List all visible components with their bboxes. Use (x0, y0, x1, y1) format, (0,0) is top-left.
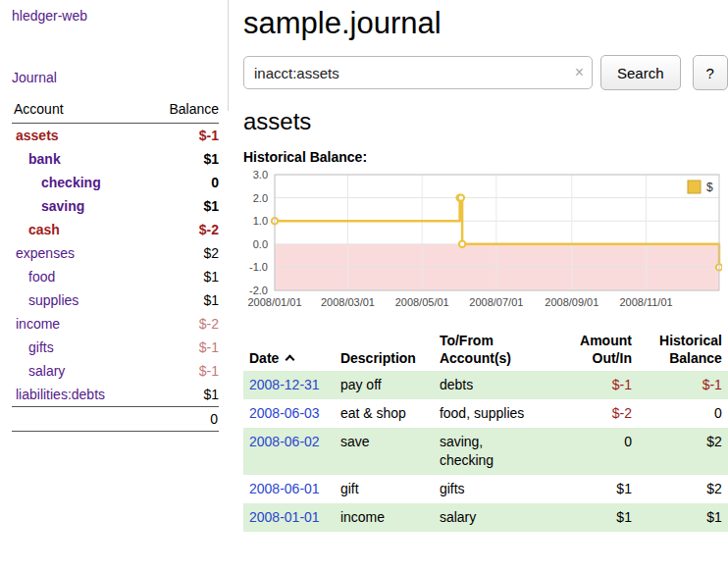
account-row: expenses$2 (12, 241, 219, 265)
svg-text:0.0: 0.0 (253, 238, 268, 250)
account-link[interactable]: food (28, 269, 55, 285)
svg-text:2008/09/01: 2008/09/01 (545, 296, 598, 308)
account-balance: $2 (145, 241, 219, 265)
page-title: sample.journal (243, 6, 728, 41)
accounts-header-balance: Balance (145, 101, 219, 124)
account-row: gifts$-1 (12, 336, 219, 359)
legend-swatch (688, 181, 701, 193)
app-title-link[interactable]: hledger-web (12, 8, 219, 24)
sidebar: hledger-web Journal Account Balance asse… (0, 0, 229, 571)
account-link[interactable]: expenses (16, 245, 75, 261)
help-button[interactable]: ? (693, 55, 728, 90)
column-header-amount: Amount Out/In (556, 328, 638, 371)
register-row: 2008-01-01incomesalary$1$1 (243, 503, 728, 532)
date-header-label: Date (249, 350, 279, 366)
account-link[interactable]: saving (41, 198, 84, 214)
svg-text:2008/03/01: 2008/03/01 (321, 296, 375, 308)
transaction-account: saving, checking (434, 428, 556, 475)
balance-chart: 3.02.01.00.0-1.0-2.02008/01/012008/03/01… (243, 170, 728, 318)
search-row: × Search ? (243, 55, 728, 90)
column-header-description: Description (335, 328, 434, 371)
accounts-table: Account Balance assets$-1bank$1checking0… (12, 101, 219, 432)
account-balance: $1 (145, 383, 219, 407)
column-header-date[interactable]: Date (243, 328, 335, 371)
legend-label: $ (706, 181, 713, 194)
account-link[interactable]: income (16, 316, 60, 332)
register-row: 2008-12-31pay offdebts$-1$-1 (243, 371, 728, 399)
account-row: supplies$1 (12, 288, 219, 312)
account-link[interactable]: assets (16, 128, 59, 143)
register-row: 2008-06-02savesaving, checking0$2 (243, 428, 728, 475)
search-button[interactable]: Search (600, 55, 681, 90)
svg-text:3.0: 3.0 (253, 170, 268, 181)
register-table: Date Description To/From Account(s) Amou… (243, 328, 728, 532)
account-row: liabilities:debts$1 (12, 383, 219, 407)
account-row: food$1 (12, 265, 219, 288)
svg-text:2008/05/01: 2008/05/01 (395, 296, 449, 308)
svg-text:1.0: 1.0 (253, 215, 268, 227)
transaction-date-link[interactable]: 2008-06-03 (249, 405, 320, 421)
column-header-account: To/From Account(s) (434, 328, 556, 371)
svg-text:2008/11/01: 2008/11/01 (619, 296, 672, 308)
account-balance: $-2 (145, 312, 219, 336)
account-balance: $-2 (145, 218, 219, 241)
transaction-balance: $2 (638, 475, 728, 503)
account-balance: $1 (145, 288, 219, 312)
chart-legend: $ (684, 178, 717, 197)
transaction-description: eat & shop (335, 399, 434, 428)
search-input[interactable] (243, 56, 593, 89)
account-balance: $-1 (145, 359, 219, 383)
transaction-description: gift (335, 475, 434, 503)
transaction-account: salary (434, 503, 556, 532)
sidebar-divider (228, 0, 229, 111)
transaction-account: food, supplies (434, 399, 556, 428)
main-content: sample.journal × Search ? assets Histori… (229, 0, 728, 571)
clear-search-icon[interactable]: × (575, 64, 584, 81)
register-row: 2008-06-01giftgifts$1$2 (243, 475, 728, 503)
transaction-description: income (335, 503, 434, 532)
account-row: cash$-2 (12, 218, 219, 241)
account-row: salary$-1 (12, 359, 219, 383)
transaction-date-link[interactable]: 2008-06-01 (249, 481, 320, 496)
chart-title: Historical Balance: (243, 149, 728, 165)
account-link[interactable]: bank (28, 151, 61, 167)
account-link[interactable]: cash (28, 222, 60, 237)
account-link[interactable]: checking (41, 175, 101, 190)
transaction-date-link[interactable]: 2008-01-01 (249, 509, 320, 525)
account-balance: $1 (145, 194, 219, 218)
account-row: income$-2 (12, 312, 219, 336)
transaction-description: save (335, 428, 434, 475)
transaction-date-link[interactable]: 2008-12-31 (249, 377, 320, 392)
account-balance: $-1 (145, 124, 219, 148)
transaction-balance: 0 (638, 399, 728, 428)
balance-chart-svg: 3.02.01.00.0-1.0-2.02008/01/012008/03/01… (243, 170, 722, 315)
account-balance: $-1 (145, 336, 219, 359)
transaction-amount: $1 (556, 503, 638, 532)
accounts-total-row: 0 (12, 407, 219, 432)
svg-text:-1.0: -1.0 (249, 261, 268, 273)
account-row: bank$1 (12, 147, 219, 171)
data-point-marker (458, 194, 464, 200)
svg-text:2008/07/01: 2008/07/01 (469, 296, 523, 308)
column-header-balance: Historical Balance (638, 328, 728, 371)
data-point-marker (459, 241, 465, 247)
account-link[interactable]: supplies (28, 292, 78, 308)
sidebar-item-journal[interactable]: Journal (12, 70, 219, 85)
account-row: saving$1 (12, 194, 219, 218)
sort-ascending-icon (286, 355, 295, 365)
transaction-balance: $2 (638, 428, 728, 475)
transaction-balance: $1 (638, 503, 728, 532)
app-root: hledger-web Journal Account Balance asse… (0, 0, 728, 571)
transaction-date-link[interactable]: 2008-06-02 (249, 434, 320, 449)
account-link[interactable]: liabilities:debts (16, 387, 105, 402)
account-link[interactable]: gifts (28, 339, 54, 355)
transaction-account: debts (434, 371, 556, 399)
transaction-amount: 0 (556, 428, 638, 475)
svg-text:2.0: 2.0 (253, 192, 268, 204)
account-balance: $1 (145, 147, 219, 171)
account-heading: assets (243, 108, 728, 135)
svg-text:2008/01/01: 2008/01/01 (247, 296, 301, 308)
account-row: assets$-1 (12, 124, 219, 148)
accounts-total-value: 0 (12, 407, 219, 432)
account-link[interactable]: salary (28, 363, 65, 379)
